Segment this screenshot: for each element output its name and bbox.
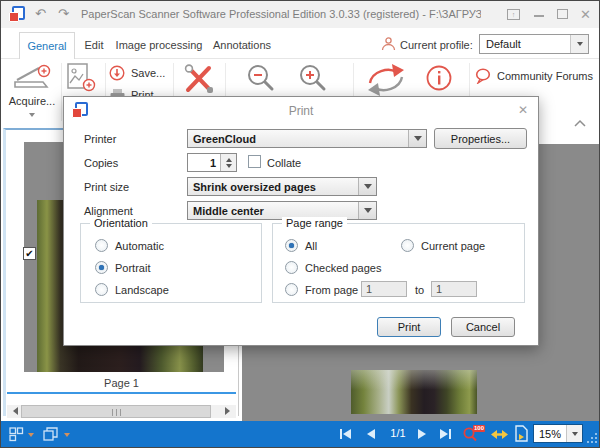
printer-select-chevron-icon[interactable]: [408, 130, 426, 147]
properties-button[interactable]: Properties...: [434, 128, 527, 149]
radio-landscape-label[interactable]: Landscape: [115, 284, 169, 296]
community-forums-label: Community Forums: [497, 70, 593, 82]
profile-select[interactable]: Default: [479, 34, 589, 54]
radio-portrait-label[interactable]: Portrait: [115, 262, 150, 274]
import-image-button[interactable]: [65, 62, 101, 96]
profile-person-icon: [381, 36, 396, 51]
dialog-close-icon[interactable]: ✕: [518, 103, 528, 117]
print-size-label: Print size: [84, 181, 129, 193]
alignment-value: Middle center: [193, 205, 264, 217]
profile-select-value: Default: [486, 38, 521, 50]
dialog-title: Print: [64, 104, 538, 118]
collapse-ribbon-icon[interactable]: [573, 119, 587, 128]
alignment-label: Alignment: [84, 205, 133, 217]
collate-checkbox[interactable]: [248, 155, 261, 168]
info-icon: [425, 64, 453, 92]
radio-landscape[interactable]: [95, 283, 108, 296]
zoom-out-button[interactable]: [245, 62, 281, 96]
current-profile-label: Current profile:: [400, 39, 473, 51]
cancel-button[interactable]: Cancel: [451, 317, 515, 337]
radio-from-page[interactable]: [285, 283, 298, 296]
next-page-icon[interactable]: [417, 428, 428, 440]
float-window-icon[interactable]: ↑: [507, 9, 520, 20]
radio-checked-pages[interactable]: [285, 261, 298, 274]
thumbnail-scrollbar[interactable]: [7, 405, 236, 418]
save-button[interactable]: Save...: [109, 65, 171, 85]
zoom-in-icon: [297, 62, 329, 94]
radio-automatic-label[interactable]: Automatic: [115, 240, 164, 252]
scrollbar-thumb[interactable]: [21, 405, 211, 418]
radio-current-page-label[interactable]: Current page: [421, 240, 485, 252]
radio-checked-pages-label[interactable]: Checked pages: [305, 262, 381, 274]
first-page-icon[interactable]: [339, 428, 352, 440]
app-window: ↶ ↷ PaperScan Scanner Software Professio…: [0, 0, 600, 448]
acquire-button[interactable]: Acquire...: [5, 61, 59, 125]
thumbnail-view-dropdown-icon[interactable]: [28, 433, 34, 440]
orientation-legend: Orientation: [90, 217, 152, 229]
close-icon[interactable]: ✕: [580, 7, 591, 22]
acquire-label: Acquire...: [5, 95, 59, 107]
tools-button[interactable]: [181, 63, 219, 97]
copies-stepper[interactable]: 1: [187, 153, 237, 172]
zoom-level-chevron-icon[interactable]: [566, 425, 582, 442]
page-range-group: Page range All Current page Checked page…: [272, 223, 525, 303]
fit-width-icon[interactable]: [491, 428, 508, 441]
to-page-input[interactable]: 1: [431, 281, 477, 297]
fit-page-icon[interactable]: [515, 425, 528, 442]
copies-label: Copies: [84, 157, 118, 169]
radio-automatic[interactable]: [95, 239, 108, 252]
save-label: Save...: [131, 67, 165, 79]
scroll-left-icon[interactable]: [7, 405, 20, 418]
copies-value: 1: [210, 157, 216, 169]
community-forums-button[interactable]: Community Forums: [475, 67, 595, 89]
printer-label: Printer: [84, 133, 116, 145]
thumbnail-view-icon[interactable]: [9, 427, 24, 442]
scroll-right-icon[interactable]: [223, 405, 236, 418]
tab-image-processing[interactable]: Image processing: [113, 32, 205, 58]
print-dialog-titlebar[interactable]: Print ✕: [64, 97, 538, 123]
tab-edit[interactable]: Edit: [77, 32, 111, 58]
page-layout-icon[interactable]: [43, 427, 59, 442]
spin-down-icon[interactable]: [226, 164, 232, 171]
tab-annotations[interactable]: Annotations: [207, 32, 277, 58]
minimize-icon[interactable]: [534, 15, 544, 17]
radio-from-page-label[interactable]: From page: [305, 284, 358, 296]
info-button[interactable]: [425, 64, 455, 94]
radio-all-label[interactable]: All: [305, 240, 317, 252]
app-logo-icon: [9, 6, 25, 22]
copies-spin-buttons[interactable]: [220, 154, 236, 171]
spin-up-icon[interactable]: [226, 155, 232, 162]
share-button[interactable]: [363, 61, 411, 97]
zoom-in-button[interactable]: [297, 62, 333, 96]
collate-label: Collate: [267, 157, 301, 169]
alignment-chevron-icon[interactable]: [358, 202, 376, 219]
zoom-level-select[interactable]: 15%: [533, 424, 583, 443]
last-page-icon[interactable]: [439, 428, 452, 440]
from-page-input[interactable]: 1: [361, 281, 407, 297]
tools-icon: [181, 63, 217, 95]
profile-select-chevron-icon[interactable]: [570, 35, 588, 53]
import-image-icon: [65, 62, 97, 94]
previous-page-icon[interactable]: [365, 428, 376, 440]
maximize-icon[interactable]: [557, 9, 568, 19]
print-size-select[interactable]: Shrink oversized pages: [187, 177, 377, 196]
page-checkbox[interactable]: ✔: [23, 247, 36, 260]
printer-select[interactable]: GreenCloud: [187, 129, 427, 148]
page-layout-dropdown-icon[interactable]: [64, 433, 70, 440]
printer-select-value: GreenCloud: [193, 133, 256, 145]
title-bar: ↶ ↷ PaperScan Scanner Software Professio…: [1, 1, 599, 28]
preview-page-image[interactable]: [351, 370, 477, 414]
print-confirm-button[interactable]: Print: [377, 317, 441, 337]
resize-grip[interactable]: [587, 433, 597, 443]
radio-portrait[interactable]: [95, 261, 108, 274]
redo-icon[interactable]: ↷: [58, 6, 69, 21]
radio-current-page[interactable]: [401, 239, 414, 252]
page-caption[interactable]: Page 1: [7, 374, 236, 394]
zoom-100-button[interactable]: 100: [463, 425, 485, 443]
print-size-chevron-icon[interactable]: [358, 178, 376, 195]
acquire-dropdown-icon[interactable]: [29, 113, 35, 120]
undo-icon[interactable]: ↶: [35, 6, 46, 21]
radio-all[interactable]: [285, 239, 298, 252]
print-dialog: Print ✕ Printer GreenCloud Properties...…: [63, 96, 539, 346]
tab-general[interactable]: General: [19, 32, 75, 59]
